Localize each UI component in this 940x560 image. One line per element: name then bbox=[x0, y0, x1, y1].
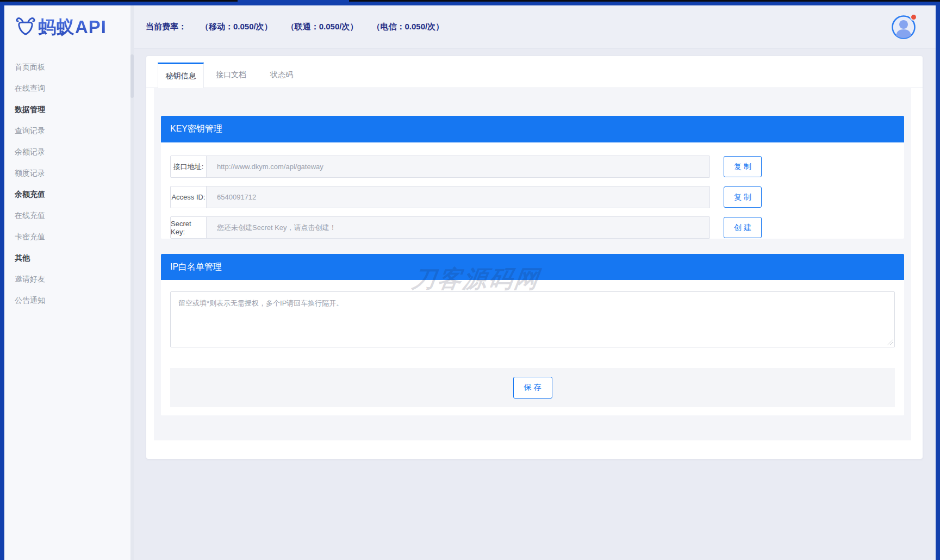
tab-key-info[interactable]: 秘钥信息 bbox=[158, 63, 204, 88]
ip-whitelist-section: IP白名单管理 保 存 bbox=[161, 254, 904, 415]
ip-section-title: IP白名单管理 bbox=[161, 254, 904, 280]
window-frame-right bbox=[936, 5, 940, 560]
key-section-body: 接口地址: 复 制 Access ID: 复 制 Secret Key: bbox=[161, 142, 904, 239]
sidebar-item-home[interactable]: 首页面板 bbox=[4, 57, 130, 78]
sidebar-item-quota-log[interactable]: 额度记录 bbox=[4, 163, 130, 184]
secret-key-input[interactable] bbox=[207, 217, 709, 238]
browser-chrome-edge-right bbox=[349, 0, 940, 2]
rate-label: 当前费率： bbox=[146, 22, 186, 32]
user-avatar-button[interactable] bbox=[891, 15, 916, 40]
sidebar-header-recharge: 余额充值 bbox=[4, 184, 130, 205]
browser-chrome-edge-left bbox=[0, 0, 238, 2]
form-row-secret-key: Secret Key: 创 建 bbox=[170, 216, 895, 239]
api-url-input[interactable] bbox=[207, 156, 709, 177]
copy-access-id-button[interactable]: 复 制 bbox=[724, 186, 762, 208]
secret-key-label: Secret Key: bbox=[171, 217, 207, 238]
brand-name: 蚂蚁API bbox=[38, 15, 107, 40]
api-url-label: 接口地址: bbox=[171, 156, 207, 177]
sidebar-scrollbar-track[interactable] bbox=[130, 5, 134, 560]
tab-bar: 秘钥信息 接口文档 状态码 bbox=[146, 56, 923, 88]
sidebar-item-online-query[interactable]: 在线查询 bbox=[4, 78, 130, 99]
sidebar-item-announcement[interactable]: 公告通知 bbox=[4, 290, 130, 311]
create-secret-key-button[interactable]: 创 建 bbox=[724, 217, 762, 238]
sidebar-scrollbar-thumb[interactable] bbox=[130, 54, 134, 98]
brand-logo[interactable]: 蚂蚁API bbox=[4, 5, 130, 49]
sidebar-item-online-recharge[interactable]: 在线充值 bbox=[4, 205, 130, 226]
sidebar-item-balance-log[interactable]: 余额记录 bbox=[4, 141, 130, 163]
tab-status-codes[interactable]: 状态码 bbox=[258, 62, 305, 88]
key-section-title: KEY密钥管理 bbox=[161, 116, 904, 142]
rate-mobile: （移动：0.050/次） bbox=[201, 22, 272, 32]
ip-whitelist-textarea[interactable] bbox=[170, 291, 895, 347]
sidebar-header-other: 其他 bbox=[4, 247, 130, 269]
input-group-access-id: Access ID: bbox=[170, 186, 710, 208]
input-group-secret-key: Secret Key: bbox=[170, 216, 710, 239]
window-frame-left bbox=[0, 5, 4, 560]
sidebar: 蚂蚁API 首页面板 在线查询 数据管理 查询记录 余额记录 额度记录 余额充值… bbox=[4, 5, 130, 560]
access-id-label: Access ID: bbox=[171, 186, 207, 208]
tab-pane: KEY密钥管理 接口地址: 复 制 Access ID: 复 制 bbox=[154, 88, 911, 440]
copy-api-url-button[interactable]: 复 制 bbox=[724, 156, 762, 177]
form-row-api-url: 接口地址: 复 制 bbox=[170, 155, 895, 178]
key-management-section: KEY密钥管理 接口地址: 复 制 Access ID: 复 制 bbox=[161, 116, 904, 239]
ip-textarea-wrap bbox=[170, 291, 895, 347]
notification-dot bbox=[910, 14, 917, 21]
form-row-access-id: Access ID: 复 制 bbox=[170, 186, 895, 208]
ant-icon bbox=[14, 16, 37, 39]
save-strip: 保 存 bbox=[170, 368, 895, 407]
sidebar-item-card-recharge[interactable]: 卡密充值 bbox=[4, 226, 130, 247]
sidebar-item-query-log[interactable]: 查询记录 bbox=[4, 120, 130, 141]
input-group-api-url: 接口地址: bbox=[170, 155, 710, 178]
sidebar-header-data-mgmt: 数据管理 bbox=[4, 99, 130, 120]
rate-telecom: （电信：0.050/次） bbox=[372, 22, 444, 32]
save-button[interactable]: 保 存 bbox=[513, 377, 552, 399]
sidebar-item-invite[interactable]: 邀请好友 bbox=[4, 269, 130, 290]
rate-unicom: （联通：0.050/次） bbox=[287, 22, 358, 32]
current-rates: 当前费率： （移动：0.050/次） （联通：0.050/次） （电信：0.05… bbox=[146, 22, 444, 32]
content-card: 秘钥信息 接口文档 状态码 KEY密钥管理 接口地址: 复 制 Access I… bbox=[146, 56, 923, 459]
access-id-input[interactable] bbox=[207, 186, 709, 208]
topbar: 当前费率： （移动：0.050/次） （联通：0.050/次） （电信：0.05… bbox=[134, 5, 936, 49]
sidebar-nav: 首页面板 在线查询 数据管理 查询记录 余额记录 额度记录 余额充值 在线充值 … bbox=[4, 49, 130, 311]
tab-api-docs[interactable]: 接口文档 bbox=[204, 62, 258, 88]
